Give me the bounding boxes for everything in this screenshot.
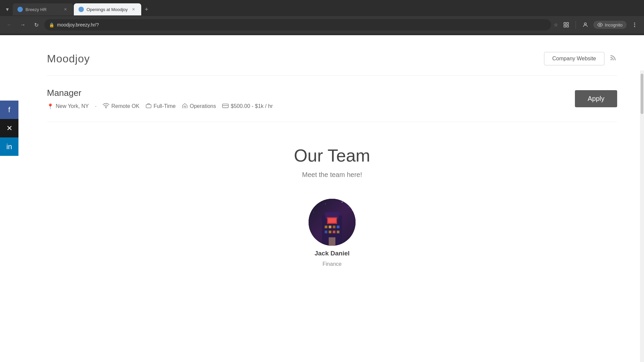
meta-sep-1: - <box>95 103 97 109</box>
facebook-icon: f <box>8 106 10 114</box>
job-type-text: Full-Time <box>154 103 176 109</box>
tab-breezy-label: Breezy HR <box>25 7 60 12</box>
svg-rect-10 <box>146 105 151 108</box>
svg-point-5 <box>599 24 601 25</box>
wifi-icon <box>103 103 109 110</box>
team-subtitle: Meet the team here! <box>47 171 617 179</box>
address-bar-row: ← → ↻ 🔒 moodjoy.breezy.hr/? ☆ <box>0 16 644 34</box>
job-location: 📍 New York, NY <box>47 103 89 110</box>
rss-icon[interactable] <box>609 54 617 64</box>
bookmark-icon[interactable]: ☆ <box>554 22 558 27</box>
svg-point-29 <box>325 203 326 204</box>
member-name: Jack Daniel <box>315 250 350 257</box>
apply-button[interactable]: Apply <box>575 90 617 107</box>
browser-chrome: ▼ Breezy HR ✕ Openings at Moodjoy ✕ + ← … <box>0 0 644 35</box>
tab-bar: ▼ Breezy HR ✕ Openings at Moodjoy ✕ + <box>0 0 644 16</box>
main-content: Moodjoy Company Website Manager <box>20 35 644 304</box>
job-department: Operations <box>182 103 216 110</box>
back-button[interactable]: ← <box>4 19 15 30</box>
remote-text: Remote OK <box>111 103 140 109</box>
scrollbar-track[interactable] <box>640 70 644 362</box>
team-section: Our Team Meet the team here! <box>47 122 617 284</box>
job-title: Manager <box>47 88 273 98</box>
svg-rect-3 <box>567 25 569 27</box>
profile-icon[interactable] <box>580 19 591 30</box>
job-meta: 📍 New York, NY - <box>47 103 273 110</box>
svg-rect-22 <box>337 226 339 228</box>
svg-rect-2 <box>564 25 566 27</box>
twitter-share-button[interactable]: ✕ <box>0 119 18 137</box>
svg-rect-19 <box>325 226 327 228</box>
tab-breezy-close[interactable]: ✕ <box>62 6 68 12</box>
avatar <box>309 199 356 246</box>
job-salary: $500.00 - $1k / hr <box>222 103 273 110</box>
svg-rect-0 <box>564 22 566 24</box>
svg-point-30 <box>342 202 342 202</box>
address-bar[interactable]: 🔒 moodjoy.breezy.hr/? <box>44 19 551 31</box>
svg-rect-1 <box>567 22 569 24</box>
svg-point-33 <box>352 210 353 211</box>
svg-rect-27 <box>329 237 335 246</box>
tab-openings-label: Openings at Moodjoy <box>87 7 128 12</box>
job-type: Full-Time <box>146 103 176 110</box>
svg-rect-26 <box>337 231 339 233</box>
forward-button[interactable]: → <box>17 19 28 30</box>
social-sidebar: f ✕ in <box>0 101 18 156</box>
svg-rect-23 <box>325 231 327 233</box>
team-member: Jack Daniel Finance <box>309 199 356 267</box>
linkedin-share-button[interactable]: in <box>0 137 18 156</box>
svg-point-8 <box>634 26 635 27</box>
new-tab-button[interactable]: + <box>142 5 151 14</box>
salary-text: $500.00 - $1k / hr <box>231 103 273 109</box>
svg-point-32 <box>313 212 314 212</box>
scrollbar-thumb[interactable] <box>641 74 643 114</box>
team-title: Our Team <box>47 145 617 166</box>
svg-point-6 <box>634 22 635 23</box>
svg-point-4 <box>584 23 586 25</box>
url-text: moodjoy.breezy.hr/? <box>57 22 546 27</box>
team-grid: Jack Daniel Finance <box>47 199 617 267</box>
header-actions: Company Website <box>544 52 617 65</box>
location-icon: 📍 <box>47 103 54 110</box>
location-text: New York, NY <box>56 103 89 109</box>
svg-point-9 <box>106 108 106 108</box>
twitter-icon: ✕ <box>6 124 12 133</box>
svg-point-28 <box>315 205 316 206</box>
member-role: Finance <box>323 261 342 267</box>
facebook-share-button[interactable]: f <box>0 101 18 119</box>
svg-rect-25 <box>333 231 335 233</box>
svg-point-7 <box>634 24 635 25</box>
svg-rect-18 <box>328 218 336 223</box>
job-info: Manager 📍 New York, NY - <box>47 88 273 110</box>
department-icon <box>182 103 188 110</box>
page-wrapper: f ✕ in Moodjoy Company Website <box>0 35 644 362</box>
incognito-label: Incognito <box>605 22 623 27</box>
incognito-badge: Incognito <box>593 21 627 29</box>
svg-point-31 <box>348 207 349 207</box>
extensions-icon[interactable] <box>561 19 572 30</box>
divider <box>576 21 576 29</box>
site-header: Moodjoy Company Website <box>47 45 617 76</box>
department-text: Operations <box>190 103 216 109</box>
company-website-button[interactable]: Company Website <box>544 52 604 65</box>
tab-nav-dropdown[interactable]: ▼ <box>3 5 12 14</box>
menu-button[interactable] <box>629 19 640 30</box>
svg-rect-24 <box>329 231 331 233</box>
lock-icon: 🔒 <box>49 22 54 27</box>
tab-breezy-hr[interactable]: Breezy HR ✕ <box>13 3 73 15</box>
site-logo: Moodjoy <box>47 53 90 65</box>
salary-icon <box>222 103 229 110</box>
reload-button[interactable]: ↻ <box>31 19 42 30</box>
breezy-favicon <box>17 7 23 12</box>
svg-rect-20 <box>329 226 331 228</box>
briefcase-icon <box>146 103 152 110</box>
linkedin-icon: in <box>6 142 12 151</box>
job-listing: Manager 📍 New York, NY - <box>47 76 617 122</box>
tab-openings-close[interactable]: ✕ <box>130 6 137 12</box>
openings-favicon <box>78 7 84 12</box>
tab-openings-moodjoy[interactable]: Openings at Moodjoy ✕ <box>74 3 141 15</box>
svg-rect-21 <box>333 226 335 228</box>
job-remote: Remote OK <box>103 103 140 110</box>
